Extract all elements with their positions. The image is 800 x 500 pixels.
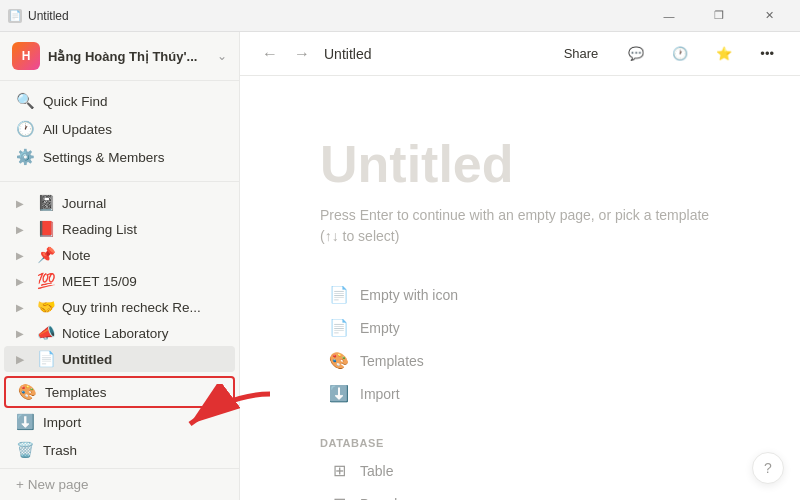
quick-find-label: Quick Find: [43, 94, 108, 109]
workspace-avatar: H: [12, 42, 40, 70]
quy-trinh-icon: 🤝: [36, 298, 56, 316]
help-button[interactable]: ?: [752, 452, 784, 484]
board-icon: ⊟: [328, 494, 350, 500]
quy-trinh-label: Quy trình recheck Re...: [62, 300, 223, 315]
workspace-name: Hằng Hoàng Thị Thúy'...: [48, 49, 209, 64]
empty-with-icon-label: Empty with icon: [360, 287, 458, 303]
sidebar-item-notice-lab[interactable]: ▶ 📣 Notice Laboratory: [4, 320, 235, 346]
sidebar-item-note[interactable]: ▶ 📌 Note: [4, 242, 235, 268]
table-icon: ⊞: [328, 461, 350, 480]
option-empty[interactable]: 📄 Empty: [320, 312, 720, 343]
journal-icon: 📓: [36, 194, 56, 212]
chevron-icon: ▶: [16, 250, 30, 261]
topbar-nav: ← →: [256, 40, 316, 68]
title-bar-left: 📄 Untitled: [8, 9, 69, 23]
comment-button[interactable]: 💬: [618, 40, 654, 68]
close-button[interactable]: ✕: [746, 0, 792, 32]
forward-button[interactable]: →: [288, 40, 316, 68]
more-icon: •••: [760, 46, 774, 61]
sidebar-pages: ▶ 📓 Journal ▶ 📕 Reading List ▶ 📌 Note ▶ …: [0, 186, 239, 372]
sidebar-divider: [0, 181, 239, 182]
note-icon: 📌: [36, 246, 56, 264]
chevron-icon: ▶: [16, 328, 30, 339]
sidebar-item-reading-list[interactable]: ▶ 📕 Reading List: [4, 216, 235, 242]
import-label: Import: [43, 415, 81, 430]
empty-with-icon-icon: 📄: [328, 285, 350, 304]
page-content: Untitled Press Enter to continue with an…: [240, 76, 800, 500]
maximize-button[interactable]: ❐: [696, 0, 742, 32]
empty-icon: 📄: [328, 318, 350, 337]
templates-option-icon: 🎨: [328, 351, 350, 370]
workspace-chevron-icon: ⌄: [217, 49, 227, 63]
notice-lab-icon: 📣: [36, 324, 56, 342]
sidebar-item-quick-find[interactable]: 🔍 Quick Find: [4, 87, 235, 115]
new-page-button[interactable]: + New page: [0, 468, 239, 500]
note-label: Note: [62, 248, 223, 263]
topbar-actions: Share 💬 🕐 ⭐ •••: [552, 40, 784, 68]
workspace-header[interactable]: H Hằng Hoàng Thị Thúy'... ⌄: [0, 32, 239, 81]
chevron-icon: ▶: [16, 302, 30, 313]
meet-icon: 💯: [36, 272, 56, 290]
option-table[interactable]: ⊞ Table: [320, 455, 720, 486]
new-page-label: + New page: [16, 477, 88, 492]
table-label: Table: [360, 463, 393, 479]
sidebar-item-meet[interactable]: ▶ 💯 MEET 15/09: [4, 268, 235, 294]
db-options: ⊞ Table ⊟ Board: [320, 455, 720, 500]
more-button[interactable]: •••: [750, 40, 784, 68]
all-updates-label: All Updates: [43, 122, 112, 137]
templates-icon: 🎨: [18, 383, 37, 401]
red-arrow-annotation: [170, 384, 280, 447]
star-icon: ⭐: [716, 46, 732, 61]
option-templates[interactable]: 🎨 Templates: [320, 345, 720, 376]
topbar-title: Untitled: [324, 46, 544, 62]
templates-label: Templates: [45, 385, 107, 400]
back-button[interactable]: ←: [256, 40, 284, 68]
sidebar-item-journal[interactable]: ▶ 📓 Journal: [4, 190, 235, 216]
journal-label: Journal: [62, 196, 223, 211]
untitled-page-icon: 📄: [36, 350, 56, 368]
meet-label: MEET 15/09: [62, 274, 223, 289]
untitled-label: Untitled: [62, 352, 223, 367]
share-button[interactable]: Share: [552, 40, 611, 68]
sidebar-item-untitled[interactable]: ▶ 📄 Untitled: [4, 346, 235, 372]
sidebar-nav: 🔍 Quick Find 🕐 All Updates ⚙️ Settings &…: [0, 81, 239, 177]
settings-label: Settings & Members: [43, 150, 165, 165]
history-icon: 🕐: [672, 46, 688, 61]
sidebar-item-all-updates[interactable]: 🕐 All Updates: [4, 115, 235, 143]
share-label: Share: [564, 46, 599, 61]
window-controls: — ❐ ✕: [646, 0, 792, 32]
minimize-button[interactable]: —: [646, 0, 692, 32]
template-options: 📄 Empty with icon 📄 Empty 🎨 Templates ⬇️…: [320, 279, 720, 409]
chevron-icon: ▶: [16, 224, 30, 235]
trash-icon: 🗑️: [16, 441, 35, 459]
gear-icon: ⚙️: [16, 148, 35, 166]
page-title-placeholder[interactable]: Untitled: [320, 136, 720, 193]
title-bar: 📄 Untitled — ❐ ✕: [0, 0, 800, 32]
templates-option-label: Templates: [360, 353, 424, 369]
option-import[interactable]: ⬇️ Import: [320, 378, 720, 409]
import-icon: ⬇️: [16, 413, 35, 431]
option-empty-with-icon[interactable]: 📄 Empty with icon: [320, 279, 720, 310]
page-hint: Press Enter to continue with an empty pa…: [320, 205, 720, 247]
comment-icon: 💬: [628, 46, 644, 61]
chevron-icon: ▶: [16, 198, 30, 209]
empty-label: Empty: [360, 320, 400, 336]
trash-label: Trash: [43, 443, 77, 458]
chevron-icon: ▶: [16, 276, 30, 287]
app-body: H Hằng Hoàng Thị Thúy'... ⌄ 🔍 Quick Find…: [0, 32, 800, 500]
history-button[interactable]: 🕐: [662, 40, 698, 68]
option-board[interactable]: ⊟ Board: [320, 488, 720, 500]
chevron-icon: ▶: [16, 354, 30, 365]
reading-list-icon: 📕: [36, 220, 56, 238]
search-icon: 🔍: [16, 92, 35, 110]
reading-list-label: Reading List: [62, 222, 223, 237]
notice-lab-label: Notice Laboratory: [62, 326, 223, 341]
app-icon: 📄: [8, 9, 22, 23]
sidebar-item-settings[interactable]: ⚙️ Settings & Members: [4, 143, 235, 171]
favorite-button[interactable]: ⭐: [706, 40, 742, 68]
db-section-label: DATABASE: [320, 437, 720, 449]
title-bar-title: Untitled: [28, 9, 69, 23]
topbar: ← → Untitled Share 💬 🕐 ⭐ •••: [240, 32, 800, 76]
clock-icon: 🕐: [16, 120, 35, 138]
sidebar-item-quy-trinh[interactable]: ▶ 🤝 Quy trình recheck Re...: [4, 294, 235, 320]
